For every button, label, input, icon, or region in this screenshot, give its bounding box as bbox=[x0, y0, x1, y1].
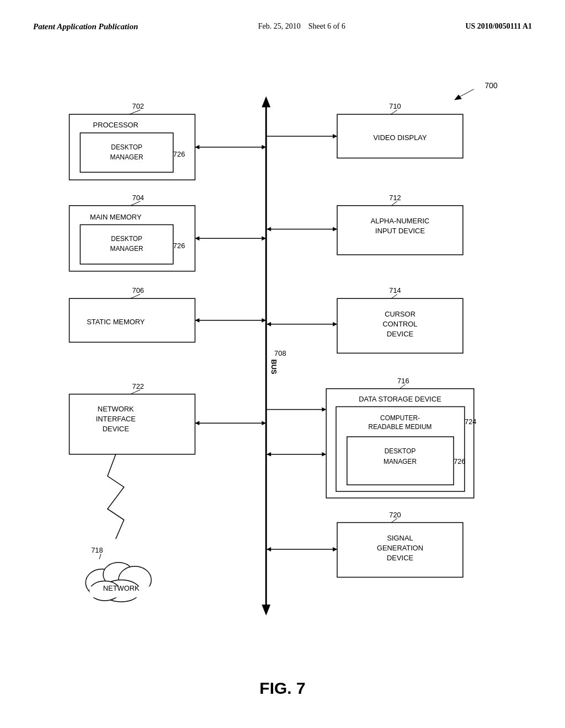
ref-718-label: 718 bbox=[91, 546, 103, 554]
patent-diagram-svg: 700 BUS 708 702 PROCESSOR DESKTO bbox=[33, 72, 532, 673]
svg-marker-45 bbox=[266, 452, 271, 457]
video-display-label: VIDEO DISPLAY bbox=[374, 133, 427, 142]
desktop-manager-704-line2: MANAGER bbox=[110, 245, 143, 253]
network-cloud bbox=[86, 563, 153, 602]
cursor-control-line2: CONTROL bbox=[383, 320, 418, 328]
svg-marker-20 bbox=[195, 421, 199, 425]
signal-generation-line3: DEVICE bbox=[387, 554, 413, 562]
computer-readable-line1: COMPUTER- bbox=[380, 414, 420, 422]
ref-722-label: 722 bbox=[132, 382, 144, 390]
network-label: NETWORK bbox=[103, 584, 140, 592]
figure-label: FIG. 7 bbox=[259, 679, 305, 698]
main-memory-label: MAIN MEMORY bbox=[90, 213, 142, 221]
ref-712-label: 712 bbox=[389, 194, 401, 202]
desktop-manager-702-line1: DESKTOP bbox=[111, 143, 142, 151]
ref-704-label: 704 bbox=[132, 194, 144, 202]
header-center: Feb. 25, 2010 Sheet 6 of 6 bbox=[258, 22, 345, 31]
ref-720-label: 720 bbox=[389, 511, 401, 519]
pub-date: Feb. 25, 2010 bbox=[258, 22, 301, 30]
desktop-manager-716-line2: MANAGER bbox=[383, 458, 417, 465]
alpha-numeric-line1: ALPHA-NUMERIC bbox=[371, 217, 430, 225]
bus-label: BUS bbox=[270, 359, 278, 374]
ref-708: 708 bbox=[274, 349, 286, 357]
svg-marker-4 bbox=[262, 604, 270, 615]
computer-readable-line2: READABLE MEDIUM bbox=[369, 423, 432, 431]
svg-marker-39 bbox=[266, 322, 271, 326]
ref-702-label: 702 bbox=[132, 102, 144, 110]
ref-724-label: 724 bbox=[465, 417, 476, 426]
ref-700: 700 bbox=[485, 81, 498, 90]
patent-number: US 2010/0050111 A1 bbox=[465, 22, 532, 31]
network-interface-line2: INTERFACE bbox=[96, 415, 136, 423]
network-interface-line1: NETWORK bbox=[98, 405, 134, 413]
svg-marker-42 bbox=[322, 407, 326, 411]
page: Patent Application Publication Feb. 25, … bbox=[0, 0, 565, 728]
static-memory-label: STATIC MEMORY bbox=[87, 318, 145, 326]
processor-label: PROCESSOR bbox=[93, 121, 138, 129]
sheet-info: Sheet 6 of 6 bbox=[308, 22, 345, 30]
svg-marker-12 bbox=[195, 236, 199, 240]
svg-marker-3 bbox=[262, 97, 270, 108]
svg-marker-34 bbox=[333, 227, 337, 231]
publication-label: Patent Application Publication bbox=[33, 22, 138, 31]
svg-marker-48 bbox=[333, 547, 337, 552]
cursor-control-line3: DEVICE bbox=[387, 330, 413, 338]
ref-710-label: 710 bbox=[389, 102, 401, 110]
svg-line-21 bbox=[99, 554, 101, 559]
network-interface-box bbox=[70, 394, 195, 454]
svg-marker-38 bbox=[333, 322, 337, 326]
cursor-control-line1: CURSOR bbox=[385, 310, 415, 318]
ref-714-label: 714 bbox=[389, 286, 401, 295]
ref-726-704: 726 bbox=[173, 242, 185, 250]
svg-marker-31 bbox=[333, 134, 337, 138]
network-interface-line3: DEVICE bbox=[103, 425, 129, 433]
diagram: 700 BUS 708 702 PROCESSOR DESKTO bbox=[33, 72, 532, 673]
svg-marker-16 bbox=[195, 318, 199, 323]
svg-marker-44 bbox=[322, 452, 326, 457]
svg-marker-49 bbox=[266, 547, 271, 552]
ref-706-label: 706 bbox=[132, 286, 144, 295]
svg-marker-8 bbox=[195, 145, 199, 149]
desktop-manager-702-line2: MANAGER bbox=[110, 153, 143, 161]
lightning-bolt bbox=[108, 454, 124, 539]
ref-716-label: 716 bbox=[397, 377, 409, 385]
desktop-manager-716-line1: DESKTOP bbox=[385, 447, 416, 455]
signal-generation-line2: GENERATION bbox=[377, 544, 423, 552]
header: Patent Application Publication Feb. 25, … bbox=[33, 22, 532, 31]
svg-marker-35 bbox=[266, 227, 271, 231]
data-storage-label: DATA STORAGE DEVICE bbox=[359, 395, 441, 403]
desktop-manager-704-line1: DESKTOP bbox=[111, 235, 142, 243]
signal-generation-line1: SIGNAL bbox=[387, 534, 413, 542]
alpha-numeric-line2: INPUT DEVICE bbox=[375, 227, 425, 235]
ref-726-702: 726 bbox=[173, 150, 185, 158]
svg-marker-1 bbox=[454, 95, 462, 100]
ref-726-716: 726 bbox=[454, 457, 465, 465]
